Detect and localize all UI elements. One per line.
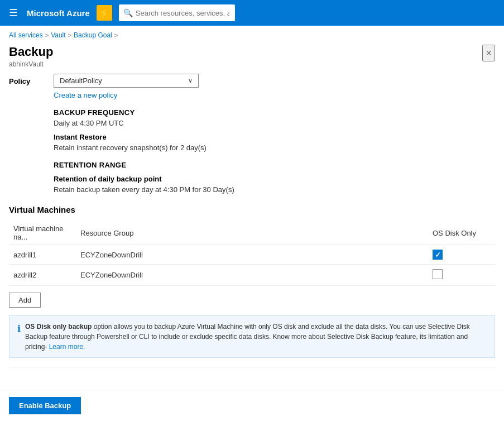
learn-more-link[interactable]: Learn more.: [49, 343, 85, 351]
instant-restore-label: Instant Restore: [54, 133, 495, 141]
page-title: Backup: [9, 45, 53, 59]
vm-table: Virtual machine na... Resource Group OS …: [9, 221, 495, 286]
vm-os-disk-checkbox-2[interactable]: [433, 269, 443, 279]
table-row: azdrill1 ECYZoneDownDrill: [9, 245, 495, 265]
chevron-down-icon: ∨: [188, 77, 193, 84]
add-button[interactable]: Add: [9, 293, 41, 308]
instant-restore-text: Retain instant recovery snapshot(s) for …: [54, 143, 495, 152]
azure-icon: ⚡: [97, 5, 112, 21]
backup-info: BACKUP FREQUENCY Daily at 4:30 PM UTC In…: [54, 108, 495, 194]
vm-section-header: Virtual Machines: [9, 205, 495, 214]
create-policy-link[interactable]: Create a new policy: [54, 91, 199, 99]
backup-frequency-header: BACKUP FREQUENCY: [54, 108, 495, 117]
app-title: Microsoft Azure: [27, 8, 90, 18]
page-header: Backup abhinkVault ×: [9, 45, 495, 68]
breadcrumb-all-services[interactable]: All services: [9, 31, 43, 39]
retention-range-header: RETENTION RANGE: [54, 161, 495, 169]
divider: [9, 367, 495, 367]
info-box: ℹ OS Disk only backup option allows you …: [9, 315, 495, 358]
vm-os-disk-2-cell: [428, 265, 495, 286]
info-box-text: OS Disk only backup option allows you to…: [25, 322, 487, 352]
breadcrumb-backup-goal[interactable]: Backup Goal: [74, 31, 112, 39]
page-subtitle: abhinkVault: [9, 60, 53, 68]
virtual-machines-section: Virtual Machines Virtual machine na... R…: [9, 205, 495, 358]
breadcrumb-sep-3: >: [114, 32, 118, 39]
breadcrumb-sep-1: >: [45, 32, 49, 39]
search-input[interactable]: [119, 4, 235, 21]
vm-name-2: azdrill2: [9, 265, 76, 286]
policy-label: Policy: [9, 74, 42, 85]
daily-backup-text: Retain backup taken every day at 4:30 PM…: [54, 185, 495, 194]
col-header-vm-name: Virtual machine na...: [9, 221, 76, 245]
info-box-bold: OS Disk only backup: [25, 323, 92, 331]
col-header-os-disk: OS Disk Only: [428, 221, 495, 245]
vm-rg-2: ECYZoneDownDrill: [76, 265, 428, 286]
policy-selected-value: DefaultPolicy: [60, 76, 102, 85]
table-row: azdrill2 ECYZoneDownDrill: [9, 265, 495, 286]
main-content: Backup abhinkVault × Policy DefaultPolic…: [0, 42, 504, 367]
vm-os-disk-checkbox-1[interactable]: [433, 250, 443, 260]
vm-name-1: azdrill1: [9, 245, 76, 265]
search-wrapper: 🔍: [119, 4, 342, 21]
breadcrumb: All services > Vault > Backup Goal >: [0, 26, 504, 42]
policy-dropdown[interactable]: DefaultPolicy ∨: [54, 74, 199, 88]
vm-table-header-row: Virtual machine na... Resource Group OS …: [9, 221, 495, 245]
vm-os-disk-1-cell: [428, 245, 495, 265]
col-header-resource-group: Resource Group: [76, 221, 428, 245]
policy-section: Policy DefaultPolicy ∨ Create a new poli…: [9, 74, 495, 99]
daily-backup-label: Retention of daily backup point: [54, 175, 495, 183]
top-navigation: ☰ Microsoft Azure ⚡ 🔍: [0, 0, 504, 26]
hamburger-menu[interactable]: ☰: [7, 4, 20, 21]
breadcrumb-sep-2: >: [68, 32, 71, 39]
info-box-description: option allows you to backup Azure Virtua…: [25, 323, 470, 351]
close-button[interactable]: ×: [482, 45, 495, 61]
page-title-block: Backup abhinkVault: [9, 45, 53, 68]
backup-schedule: Daily at 4:30 PM UTC: [54, 119, 495, 127]
search-icon: 🔍: [123, 8, 133, 17]
policy-controls: DefaultPolicy ∨ Create a new policy: [54, 74, 199, 99]
breadcrumb-vault[interactable]: Vault: [51, 31, 65, 39]
info-icon: ℹ: [17, 322, 21, 336]
vm-rg-1: ECYZoneDownDrill: [76, 245, 428, 265]
